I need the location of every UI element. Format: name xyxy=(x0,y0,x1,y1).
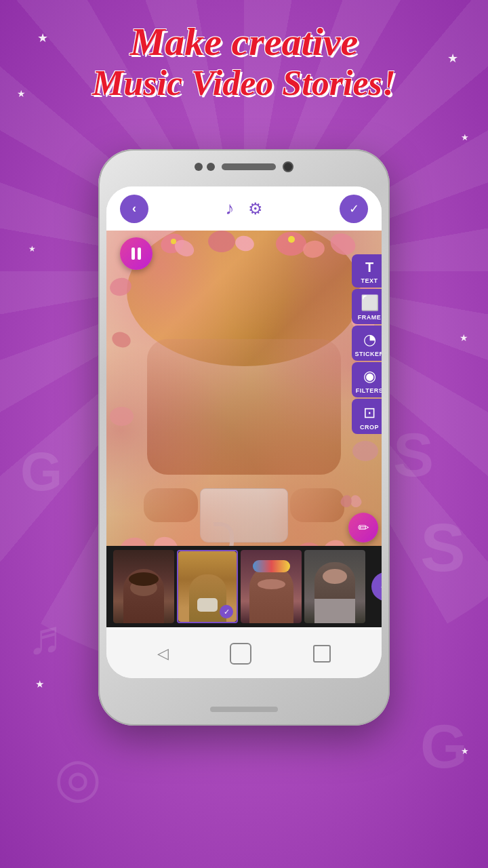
thumbnail-3[interactable] xyxy=(241,550,302,623)
flower-l3 xyxy=(110,407,134,426)
pause-button[interactable] xyxy=(120,237,152,270)
bg-deco-g: G xyxy=(20,441,62,503)
bg-deco-s2: S xyxy=(420,509,466,587)
title-line1: Make creative xyxy=(0,20,488,64)
phone-bottom-bar xyxy=(210,707,278,712)
music-icon[interactable]: ♪ xyxy=(226,198,235,219)
sticker-tool-button[interactable]: ◔ STICKER xyxy=(352,326,382,361)
frame-tool-icon: ⬜ xyxy=(361,294,379,312)
phone-shell: ‹ ♪ ⚙ ✓ xyxy=(98,149,390,726)
title-line2: Music Video Stories! xyxy=(0,64,488,102)
crop-tool-label: CROP xyxy=(360,424,379,431)
edit-pencil-icon: ✏ xyxy=(358,519,369,536)
frame-tool-button[interactable]: ⬜ FRAME xyxy=(352,289,382,324)
canvas-area xyxy=(106,231,382,563)
add-photo-button[interactable]: + xyxy=(371,572,382,601)
pause-bar-2 xyxy=(138,248,141,260)
filters-tool-button[interactable]: ◉ FILTERS xyxy=(352,362,382,397)
camera-dot-2 xyxy=(207,163,215,171)
thumb-3-photo xyxy=(241,550,302,623)
butterfly xyxy=(341,495,361,509)
phone-top-bar xyxy=(176,161,312,172)
sticker-tool-label: STICKER xyxy=(355,351,382,357)
star-deco-8: ★ xyxy=(35,678,44,690)
crop-tool-icon: ⊡ xyxy=(363,404,375,422)
flower-3 xyxy=(208,231,235,252)
frame-tool-label: FRAME xyxy=(358,314,382,321)
flower-center-1 xyxy=(171,239,176,244)
app-header: ‹ ♪ ⚙ ✓ xyxy=(106,186,382,231)
pause-icon xyxy=(131,248,141,260)
thumb-4-photo xyxy=(304,550,365,623)
add-icon: + xyxy=(380,576,382,597)
floral-overlay xyxy=(106,231,382,563)
header-icons: ♪ ⚙ xyxy=(226,198,263,219)
star-deco-6: ★ xyxy=(28,244,36,254)
right-toolbar: T TEXT ⬜ FRAME ◔ STICKER ◉ FILTERS ⊡ CRO… xyxy=(352,254,382,434)
nav-back-button[interactable]: ◁ xyxy=(157,645,169,663)
star-deco-7: ★ xyxy=(460,332,468,343)
camera-dots xyxy=(195,163,215,171)
text-tool-label: TEXT xyxy=(361,277,378,284)
phone-screen: ‹ ♪ ⚙ ✓ xyxy=(106,186,382,678)
phone-speaker xyxy=(222,163,276,170)
back-button[interactable]: ‹ xyxy=(120,195,148,223)
phone-nav-bar: ◁ xyxy=(106,629,382,678)
flower-r4 xyxy=(352,441,378,461)
thumbnail-strip: ✓ + xyxy=(106,546,382,627)
thumbnail-4[interactable] xyxy=(304,550,365,623)
bg-deco-c: ♬ xyxy=(27,610,63,665)
check-button[interactable]: ✓ xyxy=(340,195,368,223)
thumbnail-2[interactable]: ✓ xyxy=(177,550,238,623)
filters-tool-icon: ◉ xyxy=(363,368,376,385)
crop-tool-button[interactable]: ⊡ CROP xyxy=(352,399,382,434)
edit-button[interactable]: ✏ xyxy=(348,513,378,542)
bg-deco-s: S xyxy=(393,420,434,490)
flower-center-2 xyxy=(288,236,295,243)
nav-recents-button[interactable] xyxy=(313,645,331,663)
thumb-1-photo xyxy=(113,550,174,623)
camera-dot-1 xyxy=(195,163,203,171)
front-camera xyxy=(283,161,293,172)
filters-tool-label: FILTERS xyxy=(356,387,382,394)
text-tool-icon: T xyxy=(365,260,373,275)
title-area: Make creative Music Video Stories! xyxy=(0,20,488,102)
nav-home-button[interactable] xyxy=(230,643,251,665)
bg-deco-g2: G xyxy=(420,712,468,782)
sticker-tool-icon: ◔ xyxy=(363,331,376,349)
star-deco-4: ★ xyxy=(461,132,469,142)
settings-icon[interactable]: ⚙ xyxy=(248,199,263,218)
text-tool-button[interactable]: T TEXT xyxy=(352,254,382,288)
thumb-2-check: ✓ xyxy=(220,605,233,618)
bg-deco-c2: ◎ xyxy=(54,746,102,809)
pause-bar-1 xyxy=(131,248,135,260)
thumbnail-1[interactable] xyxy=(113,550,174,623)
